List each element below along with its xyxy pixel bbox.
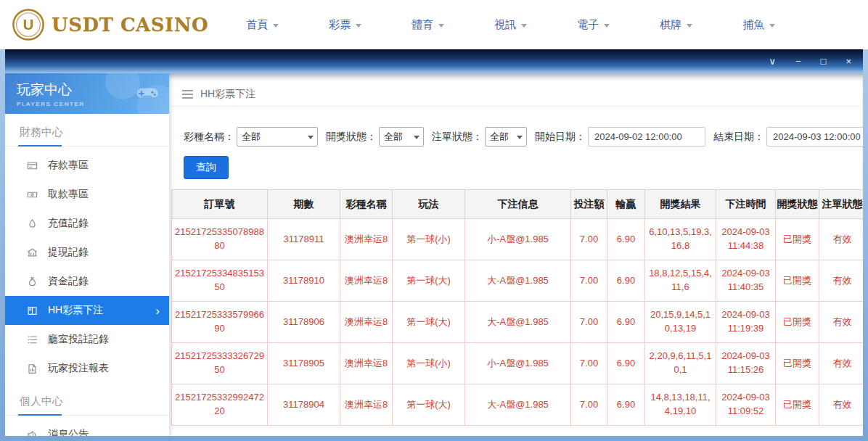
- chevron-down-icon: [521, 24, 527, 28]
- order-status-select-wrap: 全部: [485, 127, 527, 147]
- table-row: 215217253335799669031178906澳洲幸运8第一球(大)大-…: [172, 302, 864, 343]
- nav-item-home[interactable]: 首頁: [246, 18, 279, 32]
- end-date-input[interactable]: [766, 127, 863, 147]
- cell-lottery-name: 澳洲幸运8: [340, 384, 393, 426]
- cell-order-status: 有效: [819, 343, 864, 384]
- sidebar-item-label: 玩家投注報表: [48, 362, 109, 375]
- sidebar-item-hh-lottery-bets[interactable]: HH彩票下注›: [5, 296, 169, 325]
- sidebar-item-withdraw[interactable]: 取款專區: [5, 180, 169, 209]
- cell-order-status: 有效: [819, 219, 864, 260]
- app-window: ∨−□× 玩家中心 PLAYERS CENTER 財務中心存款專區取款: [0, 49, 868, 441]
- col-header-play-type: 玩法: [393, 190, 465, 219]
- col-header-bet-time: 下注時間: [716, 190, 776, 219]
- sidebar-item-messages[interactable]: 消息公告: [5, 420, 169, 436]
- nav-item-chess[interactable]: 棋牌: [660, 18, 692, 32]
- logo[interactable]: U USDT CASINO: [12, 8, 208, 41]
- lottery-name-select[interactable]: 全部: [237, 127, 318, 147]
- top-nav: 首頁彩票體育視訊電子棋牌捕魚: [246, 18, 775, 32]
- sidebar-item-label: 充值記錄: [48, 217, 89, 230]
- nav-item-lottery[interactable]: 彩票: [329, 18, 361, 32]
- order-status-filter: 注單狀態：全部: [432, 127, 527, 147]
- table-header-row: 訂單號期數彩種名稱玩法下注信息投注額輸贏開獎結果下注時間開獎狀態注單狀態: [172, 190, 864, 219]
- sidebar-header: 玩家中心 PLAYERS CENTER: [5, 73, 169, 114]
- nav-item-label: 棋牌: [660, 18, 681, 32]
- cell-draw-status: 已開獎: [776, 302, 819, 343]
- cell-win-loss: 6.90: [607, 302, 645, 343]
- nav-item-label: 彩票: [329, 18, 351, 32]
- lottery-name-select-wrap: 全部: [237, 127, 318, 147]
- filter-bar: 彩種名稱：全部開獎狀態：全部注單狀態：全部開始日期：結束日期：: [169, 107, 863, 147]
- nav-item-video[interactable]: 視訊: [494, 18, 527, 32]
- cell-bet-amount: 7.00: [571, 384, 607, 426]
- logo-text: USDT CASINO: [52, 14, 208, 36]
- window-maximize-button[interactable]: □: [821, 57, 827, 66]
- col-header-bet-amount: 投注額: [571, 190, 607, 219]
- draw-status-filter: 開獎狀態：全部: [326, 127, 424, 147]
- window-collapse-button[interactable]: ∨: [769, 57, 776, 66]
- chevron-right-icon: ›: [155, 305, 160, 317]
- cell-bet-info: 大-A盤@1.985: [465, 302, 571, 343]
- nav-item-slots[interactable]: 電子: [577, 18, 610, 32]
- col-header-order-status: 注單狀態: [819, 190, 864, 219]
- cell-draw-status: 已開獎: [776, 343, 819, 384]
- cell-bet-amount: 7.00: [571, 343, 607, 384]
- page-title: HH彩票下注: [200, 88, 255, 101]
- col-header-period: 期數: [268, 190, 340, 219]
- funds-icon: [27, 276, 38, 287]
- cell-play-type: 第一球(小): [393, 219, 465, 260]
- start-date-input[interactable]: [588, 127, 705, 147]
- hall-records-icon: [27, 334, 38, 345]
- sidebar-item-hall-bet-records[interactable]: 廳室投註記錄: [5, 325, 169, 354]
- col-header-draw-status: 開獎狀態: [776, 190, 819, 219]
- cell-order-status: 有效: [819, 302, 864, 343]
- section-title-personal-center: 個人中心: [5, 383, 169, 416]
- cell-bet-info: 大-A盤@1.985: [465, 260, 571, 302]
- cell-bet-info: 小-A盤@1.985: [465, 343, 571, 384]
- start-date-label: 開始日期：: [535, 131, 586, 144]
- cell-order-no: 2152172533332672950: [172, 343, 268, 384]
- nav-item-fishing[interactable]: 捕魚: [742, 18, 775, 32]
- chevron-down-icon: [438, 24, 444, 28]
- sidebar: 玩家中心 PLAYERS CENTER 財務中心存款專區取款專區充值記錄提現記錄…: [5, 73, 169, 436]
- table-head: 訂單號期數彩種名稱玩法下注信息投注額輸贏開獎結果下注時間開獎狀態注單狀態: [172, 190, 864, 219]
- cell-bet-amount: 7.00: [571, 219, 607, 260]
- nav-item-sports[interactable]: 體育: [412, 18, 444, 32]
- cell-play-type: 第一球(大): [393, 260, 465, 302]
- sidebar-item-deposit[interactable]: 存款專區: [5, 151, 169, 180]
- menu-toggle-icon[interactable]: [182, 90, 193, 99]
- sidebar-item-player-bet-report[interactable]: 玩家投注報表: [5, 354, 169, 383]
- window-close-button[interactable]: ×: [846, 57, 851, 66]
- sidebar-item-label: 提現記錄: [48, 246, 89, 259]
- sidebar-item-label: 存款專區: [48, 159, 89, 172]
- window-titlebar: ∨−□×: [5, 49, 863, 73]
- draw-status-select[interactable]: 全部: [379, 127, 424, 147]
- cell-lottery-name: 澳洲幸运8: [340, 219, 393, 260]
- cell-order-no: 2152172533357996690: [172, 302, 268, 343]
- window-controls: ∨−□×: [769, 57, 851, 66]
- sidebar-item-recharge-records[interactable]: 充值記錄: [5, 209, 169, 238]
- cell-draw-result: 18,8,12,5,15,4,11,6: [645, 260, 716, 302]
- sidebar-item-funds-records[interactable]: 資金記錄: [5, 267, 169, 296]
- col-header-order-no: 訂單號: [172, 190, 268, 219]
- cell-draw-status: 已開獎: [776, 384, 819, 426]
- sidebar-item-cashout-records[interactable]: 提現記錄: [5, 238, 169, 267]
- cell-lottery-name: 澳洲幸运8: [340, 302, 393, 343]
- search-button[interactable]: 查詢: [184, 156, 229, 179]
- nav-item-label: 電子: [577, 18, 599, 32]
- cell-play-type: 第一球(大): [393, 302, 465, 343]
- cell-bet-time: 2024-09-03 11:44:38: [716, 219, 776, 260]
- cell-order-no: 2152172533483515350: [172, 260, 268, 302]
- sidebar-header-text: 玩家中心 PLAYERS CENTER: [17, 81, 85, 107]
- sidebar-title: 玩家中心: [17, 81, 85, 99]
- cell-bet-time: 2024-09-03 11:19:39: [716, 302, 776, 343]
- lottery-name-filter: 彩種名稱：全部: [184, 127, 318, 147]
- cell-period: 31178910: [268, 260, 340, 302]
- cell-bet-info: 大-A盤@1.985: [465, 384, 571, 426]
- cell-bet-time: 2024-09-03 11:15:26: [716, 343, 776, 384]
- cell-order-status: 有效: [819, 260, 864, 302]
- order-status-select[interactable]: 全部: [485, 127, 527, 147]
- window-minimize-button[interactable]: −: [795, 57, 801, 66]
- sidebar-item-label: 取款專區: [48, 188, 89, 201]
- sidebar-menu: 財務中心存款專區取款專區充值記錄提現記錄資金記錄HH彩票下注›廳室投註記錄玩家投…: [5, 114, 169, 436]
- cell-period: 31178904: [268, 384, 340, 426]
